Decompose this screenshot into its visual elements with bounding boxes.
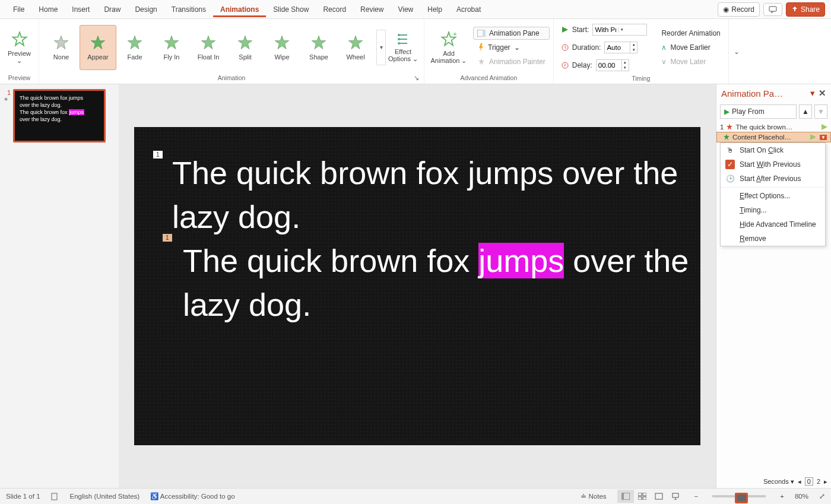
move-earlier-button[interactable]: ∧Move Earlier xyxy=(657,41,724,54)
timeline-left[interactable]: ◂ xyxy=(798,478,801,486)
duration-input[interactable] xyxy=(605,44,630,51)
language-status[interactable]: English (United States) xyxy=(70,493,140,500)
ctx-timing[interactable]: Timing... xyxy=(721,203,825,217)
animation-list: 1 The quick brown… Content Placehol… ▼ 🖱… xyxy=(716,121,831,248)
zoom-in[interactable]: + xyxy=(780,493,784,500)
svg-marker-23 xyxy=(562,27,568,33)
anim-tag-1[interactable]: 1 xyxy=(153,151,163,159)
tab-help[interactable]: Help xyxy=(420,2,449,17)
tab-slideshow[interactable]: Slide Show xyxy=(266,2,316,17)
view-normal[interactable] xyxy=(617,490,634,503)
animation-dialog-launcher[interactable]: ↘ xyxy=(414,74,419,81)
tab-review[interactable]: Review xyxy=(353,2,391,17)
anim-item-1[interactable]: 1 The quick brown… xyxy=(716,122,831,132)
anim-split[interactable]: Split xyxy=(227,25,264,70)
start-dropdown[interactable]: ▾ xyxy=(618,27,625,33)
anim-wipe[interactable]: Wipe xyxy=(264,25,300,70)
zoom-slider[interactable] xyxy=(712,495,766,497)
slide-text[interactable]: The quick brown fox jumps over the lazy … xyxy=(172,151,700,327)
view-slideshow[interactable] xyxy=(667,490,684,503)
tab-draw[interactable]: Draw xyxy=(97,2,128,17)
animation-gallery: NoneAppearFadeFly InFloat InSplitWipeSha… xyxy=(43,25,374,70)
tab-view[interactable]: View xyxy=(391,2,420,17)
group-label-preview: Preview xyxy=(8,73,30,83)
tab-design[interactable]: Design xyxy=(128,2,164,17)
share-button[interactable]: Share xyxy=(786,2,825,17)
svg-marker-21 xyxy=(479,43,483,52)
play-icon xyxy=(562,26,569,33)
svg-point-14 xyxy=(398,34,400,36)
move-up-button[interactable]: ▲ xyxy=(799,104,812,119)
tab-record[interactable]: Record xyxy=(316,2,353,17)
preview-button[interactable]: Preview⌄ xyxy=(1,25,38,70)
ctx-start-on-click[interactable]: 🖱Start On Click xyxy=(721,143,825,157)
fit-to-window[interactable]: ⤢ xyxy=(819,492,825,500)
collapse-ribbon[interactable]: ⌄ xyxy=(729,47,744,56)
tab-file[interactable]: File xyxy=(6,2,31,17)
tab-home[interactable]: Home xyxy=(31,2,65,17)
star-icon xyxy=(237,34,253,51)
view-reading[interactable] xyxy=(651,490,667,503)
svg-text:+: + xyxy=(453,31,457,37)
anim-wheel[interactable]: Wheel xyxy=(337,25,374,70)
svg-marker-10 xyxy=(348,36,362,49)
appear-icon xyxy=(726,123,733,131)
anim-tag-2[interactable]: 1 xyxy=(163,234,172,242)
record-button[interactable]: ◉Record xyxy=(718,2,760,17)
ctx-start-with-previous[interactable]: ✓Start With Previous xyxy=(721,157,825,172)
svg-marker-5 xyxy=(164,36,178,49)
seconds-label[interactable]: Seconds ▾ xyxy=(763,478,794,486)
gallery-more[interactable]: ▾ xyxy=(376,30,386,65)
tab-transitions[interactable]: Transitions xyxy=(164,2,213,17)
start-select[interactable] xyxy=(593,26,618,33)
notes-button[interactable]: ≐ Notes xyxy=(581,492,606,500)
ctx-effect-options[interactable]: Effect Options... xyxy=(721,189,825,203)
star-icon xyxy=(310,34,327,51)
zoom-out[interactable]: − xyxy=(694,493,699,500)
view-sorter[interactable] xyxy=(634,490,651,503)
animation-pane-button[interactable]: Animation Pane xyxy=(473,27,550,40)
play-from-button[interactable]: ▶Play From xyxy=(720,104,797,119)
effect-options-button[interactable]: Effect Options ⌄ xyxy=(386,25,420,70)
svg-marker-9 xyxy=(312,36,325,49)
accessibility-status[interactable]: ♿ Accessibility: Good to go xyxy=(150,492,234,500)
trigger-button[interactable]: Trigger ⌄ xyxy=(473,41,550,54)
thumb-anim-indicator: ★ xyxy=(4,96,11,102)
tab-insert[interactable]: Insert xyxy=(65,2,97,17)
clock-icon xyxy=(562,44,569,51)
tab-acrobat[interactable]: Acrobat xyxy=(449,2,488,17)
anim-item-2[interactable]: Content Placehol… ▼ xyxy=(716,132,831,142)
svg-marker-29 xyxy=(810,134,816,140)
ctx-hide-timeline[interactable]: Hide Advanced Timeline xyxy=(721,217,825,232)
slide[interactable]: 1 1 The quick brown fox jumps over the l… xyxy=(134,127,700,445)
delay-input[interactable] xyxy=(597,62,621,69)
anim-shape[interactable]: Shape xyxy=(300,25,337,70)
ctx-start-after-previous[interactable]: 🕒Start After Previous xyxy=(721,172,825,186)
anim-fade[interactable]: Fade xyxy=(116,25,153,70)
timeline-val-0: 0 xyxy=(805,477,813,486)
slide-counter: Slide 1 of 1 xyxy=(6,493,40,500)
anim-float-in[interactable]: Float In xyxy=(190,25,227,70)
ctx-remove[interactable]: Remove xyxy=(721,232,825,246)
anim-fly-in[interactable]: Fly In xyxy=(153,25,190,70)
svg-rect-36 xyxy=(643,497,646,500)
tab-animations[interactable]: Animations xyxy=(213,2,266,17)
anim-none[interactable]: None xyxy=(43,25,80,70)
svg-marker-2 xyxy=(54,36,68,49)
group-label-timing: Timing xyxy=(632,74,650,83)
mouse-icon: 🖱 xyxy=(725,145,735,155)
timeline-right[interactable]: ▸ xyxy=(824,478,827,486)
delay-icon xyxy=(562,62,569,69)
zoom-value[interactable]: 80% xyxy=(795,493,808,500)
close-pane-button[interactable]: ✕ xyxy=(819,88,826,99)
slide-thumbnail-1[interactable]: The quick brown fox jumps over the lazy … xyxy=(13,89,106,142)
anim-item-dropdown[interactable]: ▼ xyxy=(820,135,827,140)
spellcheck-icon[interactable] xyxy=(51,492,59,500)
status-bar: Slide 1 of 1 English (United States) ♿ A… xyxy=(0,488,831,504)
add-animation-button[interactable]: + Add Animation ⌄ xyxy=(428,25,470,70)
anim-appear[interactable]: Appear xyxy=(80,25,116,70)
comments-button[interactable] xyxy=(763,3,782,16)
slide-canvas[interactable]: 1 1 The quick brown fox jumps over the l… xyxy=(119,84,716,488)
pane-menu-caret[interactable]: ▾ xyxy=(810,88,815,99)
svg-rect-35 xyxy=(638,497,642,500)
